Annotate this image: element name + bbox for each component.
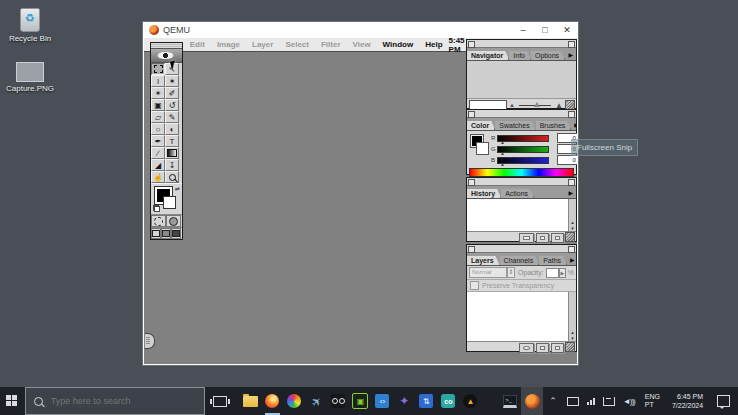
menu-layer[interactable]: Layer [252,40,273,49]
eyedropper-tool[interactable]: ↧ [165,159,179,171]
color-title-bar[interactable] [467,110,576,118]
palette-close-box[interactable] [468,246,475,253]
delete-layer-button[interactable] [551,343,564,353]
hidden-icons-chevron-icon[interactable]: ⌃ [543,396,563,406]
resize-grip[interactable] [565,342,575,352]
task-view-button[interactable] [209,387,232,415]
history-list[interactable]: ▴▾ [467,199,576,232]
tab-navigator[interactable]: Navigator [467,51,509,60]
green-app-button[interactable]: ▣ [349,387,371,415]
tab-actions[interactable]: Actions [501,189,534,198]
new-snapshot-button[interactable] [519,233,534,243]
add-layer-mask-button[interactable] [519,343,534,353]
purple-bird-app-button[interactable]: ✦ [393,387,415,415]
qemu-taskbar-button[interactable] [521,387,543,415]
gradient-tool[interactable] [165,147,179,159]
qemu-title-bar[interactable]: QEMU – □ ✕ [143,22,578,38]
palette-menu-arrow-icon[interactable]: ▶ [565,189,576,196]
maximize-button[interactable]: □ [534,22,556,38]
tab-color[interactable]: Color [467,121,495,130]
lasso-tool[interactable]: ≀ [151,75,165,87]
paintbrush-tool[interactable]: ✐ [165,87,179,99]
palette-collapse-box[interactable] [568,41,575,48]
preserve-transparency-checkbox[interactable] [470,281,479,290]
opacity-arrow-icon[interactable]: ▶ [559,268,566,278]
palette-close-box[interactable] [468,111,475,118]
blend-mode-stepper-icon[interactable]: ⇕ [507,267,515,278]
paint-bucket-tool[interactable]: ◢ [151,159,165,171]
menu-window[interactable]: Window [383,40,414,49]
zoom-out-mountains-icon[interactable]: ▲ [509,102,515,108]
tray-network-button[interactable] [583,398,599,405]
taskbar-search[interactable] [25,387,205,415]
tab-brushes[interactable]: Brushes [536,121,572,130]
marquee-tool[interactable] [151,63,165,75]
layers-scrollbar[interactable]: ▴▾ [568,292,576,341]
tab-paths[interactable]: Paths [539,256,567,265]
measure-tool[interactable]: ∕ [151,147,165,159]
glasses-app-button[interactable] [327,387,349,415]
blur-tool[interactable]: ○ [151,123,165,135]
new-layer-button[interactable] [536,343,549,353]
tab-info[interactable]: Info [509,51,531,60]
taskbar-clock[interactable]: 6:45 PM 7/22/2024 [666,392,709,410]
menu-filter[interactable]: Filter [321,40,341,49]
standard-mode-button[interactable] [151,215,166,227]
fullscreen-menubar-button[interactable] [161,228,171,239]
type-tool[interactable]: T [165,135,179,147]
vscode-button[interactable]: ‹› [371,387,393,415]
magic-wand-tool[interactable]: ✶ [165,75,179,87]
background-color-swatch[interactable] [163,196,176,209]
close-button[interactable]: ✕ [556,22,578,38]
palette-menu-arrow-icon[interactable]: ▶ [567,256,577,263]
slider-knob[interactable] [534,102,540,107]
palette-close-box[interactable] [468,179,475,186]
quick-mask-mode-button[interactable] [166,215,181,227]
swap-colors-icon[interactable]: ⇄ [175,185,180,192]
pen-tool[interactable]: ✒ [151,135,165,147]
resize-grip[interactable] [565,232,575,242]
palette-menu-arrow-icon[interactable]: ▶ [565,51,576,58]
dodge-tool[interactable]: ◐ [165,123,179,135]
menu-image[interactable]: Image [217,40,240,49]
recycle-bin-desktop-icon[interactable]: ♻ Recycle Bin [2,8,58,43]
scroll-down-icon[interactable]: ▾ [571,225,574,231]
start-button[interactable] [0,387,25,415]
menu-help[interactable]: Help [425,40,442,49]
palette-collapse-box[interactable] [568,111,575,118]
color-spectrum-bar[interactable] [469,168,574,177]
palette-close-box[interactable] [468,41,475,48]
tab-options[interactable]: Options [531,51,565,60]
tray-monitor-button[interactable] [563,397,583,406]
tab-history[interactable]: History [467,189,501,198]
application-switcher-tab[interactable] [145,333,155,349]
teal-app-button[interactable]: co [437,387,459,415]
search-input[interactable] [49,395,193,407]
delete-state-button[interactable] [551,233,564,243]
file-explorer-button[interactable] [240,387,262,415]
fullscreen-button[interactable] [171,228,181,239]
airbrush-tool[interactable]: ✴ [151,87,165,99]
menu-view[interactable]: View [353,40,371,49]
tab-layers[interactable]: Layers [467,256,500,265]
blue-jet-app-button[interactable]: ✈ [305,387,327,415]
warning-app-button[interactable]: ▲ [459,387,481,415]
tab-swatches[interactable]: Swatches [495,121,535,130]
capture-png-desktop-icon[interactable]: Capture.PNG [2,62,58,93]
history-brush-tool[interactable]: ↺ [165,99,179,111]
blue-slider-knob[interactable]: ▲ [500,161,505,167]
standard-screen-button[interactable] [151,228,161,239]
history-title-bar[interactable] [467,178,576,186]
minimize-button[interactable]: – [512,22,534,38]
action-center-icon[interactable] [717,395,730,407]
pencil-tool[interactable]: ✎ [165,111,179,123]
language-indicator[interactable]: ENG PT [639,393,666,409]
layers-list[interactable]: ▴▾ [467,292,576,342]
blue-value-field[interactable]: 0 [557,155,577,165]
terminal-button[interactable]: >_ [499,387,521,415]
hand-tool[interactable]: ☝ [151,171,165,183]
layers-title-bar[interactable] [467,245,576,253]
palette-collapse-box[interactable] [568,246,575,253]
menu-edit[interactable]: Edit [190,40,205,49]
default-colors-icon[interactable] [153,205,160,212]
